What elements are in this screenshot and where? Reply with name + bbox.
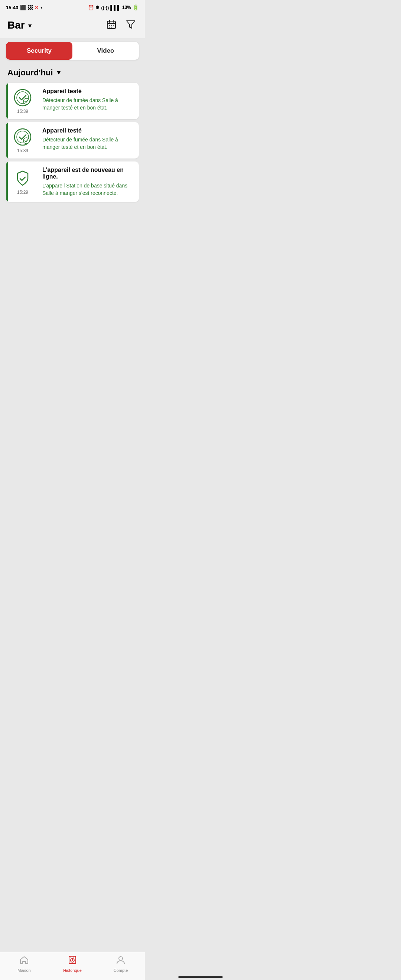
svg-point-4 <box>109 25 110 25</box>
event-title: Appareil testé <box>42 127 134 134</box>
alarm-icon: ⏰ <box>88 5 94 10</box>
tab-video[interactable]: Video <box>72 42 139 60</box>
svg-point-7 <box>109 27 110 27</box>
status-icon-x: ✕ <box>35 5 38 10</box>
svg-point-6 <box>113 25 114 25</box>
filter-icon <box>126 19 136 30</box>
event-card[interactable]: 15:29 L'appareil est de nouveau en ligne… <box>6 161 139 202</box>
date-chevron-icon: ▼ <box>56 69 62 76</box>
tab-bar: Security Video <box>6 42 139 60</box>
bluetooth-icon: ✱ <box>95 5 100 10</box>
svg-marker-9 <box>127 21 135 28</box>
location-chevron-icon: ▼ <box>27 23 33 29</box>
event-icon <box>13 169 32 188</box>
wifi-icon: ((·)) <box>101 5 109 10</box>
event-time: 15:29 <box>17 190 28 195</box>
location-name: Bar <box>8 19 25 31</box>
event-icon <box>13 127 32 146</box>
events-list: 15:39 Appareil testé Détecteur de fumée … <box>0 81 145 208</box>
bottom-spacer <box>0 208 145 267</box>
event-description: L'appareil Station de base situé dans Sa… <box>42 182 134 197</box>
status-icon-1: ⬛ <box>20 5 26 10</box>
app-header: Bar ▼ <box>0 13 145 38</box>
event-title: L'appareil est de nouveau en ligne. <box>42 167 134 180</box>
svg-point-8 <box>111 27 112 27</box>
svg-point-5 <box>111 25 112 25</box>
header-actions <box>105 18 137 32</box>
svg-point-12 <box>23 99 29 104</box>
status-time: 15:40 <box>6 5 18 10</box>
event-content: L'appareil est de nouveau en ligne. L'ap… <box>37 161 139 202</box>
date-label: Aujourd'hui <box>8 68 53 78</box>
event-time: 15:39 <box>17 109 28 114</box>
date-section[interactable]: Aujourd'hui ▼ <box>0 64 145 81</box>
event-content: Appareil testé Détecteur de fumée dans S… <box>37 83 139 119</box>
event-description: Détecteur de fumée dans Salle à manger t… <box>42 97 134 111</box>
status-bar: 15:40 ⬛ 🖼 ✕ • ⏰ ✱ ((·)) ▌▌▌ 13% 🔋 <box>0 0 145 13</box>
calendar-icon <box>106 19 116 30</box>
status-icon-2: 🖼 <box>28 5 33 10</box>
event-time: 15:39 <box>17 148 28 153</box>
status-dot: • <box>40 5 42 10</box>
tab-security[interactable]: Security <box>6 42 72 60</box>
svg-point-15 <box>23 138 29 144</box>
status-bar-right: ⏰ ✱ ((·)) ▌▌▌ 13% 🔋 <box>88 5 139 10</box>
battery-level: 13% <box>122 5 131 10</box>
battery-icon: 🔋 <box>132 5 139 10</box>
event-icon <box>13 88 32 107</box>
event-icon-col: 15:39 <box>8 83 37 119</box>
event-content: Appareil testé Détecteur de fumée dans S… <box>37 122 139 159</box>
calendar-button[interactable] <box>105 18 118 32</box>
event-icon-col: 15:29 <box>8 161 37 202</box>
event-icon-col: 15:39 <box>8 122 37 159</box>
signal-icon: ▌▌▌ <box>110 5 121 10</box>
event-description: Détecteur de fumée dans Salle à manger t… <box>42 136 134 151</box>
event-card[interactable]: 15:39 Appareil testé Détecteur de fumée … <box>6 122 139 159</box>
filter-button[interactable] <box>124 18 137 32</box>
status-bar-left: 15:40 ⬛ 🖼 ✕ • <box>6 5 42 10</box>
event-title: Appareil testé <box>42 88 134 95</box>
event-card[interactable]: 15:39 Appareil testé Détecteur de fumée … <box>6 83 139 119</box>
location-title[interactable]: Bar ▼ <box>8 19 33 31</box>
